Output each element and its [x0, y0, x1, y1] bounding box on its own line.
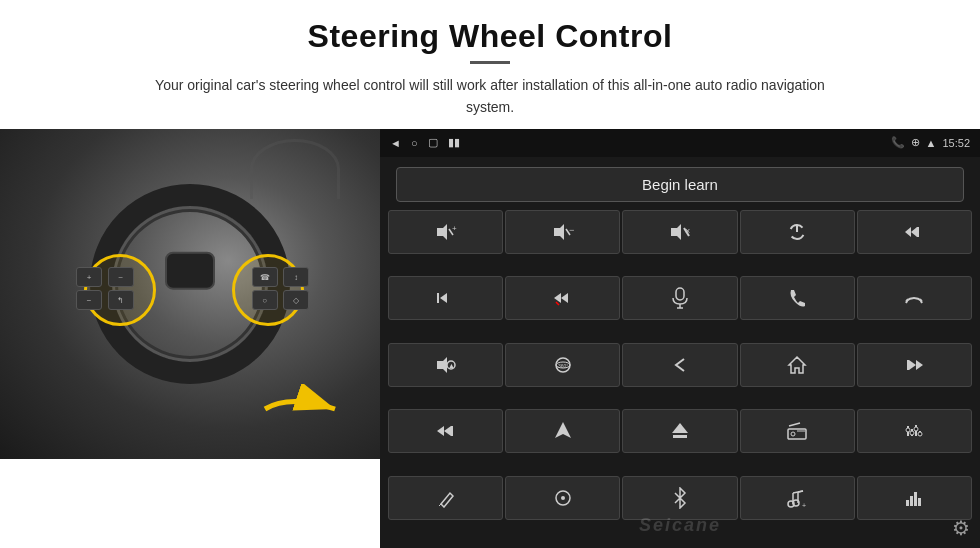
sw-btn-circle: ○	[252, 290, 278, 310]
svg-point-55	[561, 496, 565, 500]
sw-btn-phone: ☎	[252, 267, 278, 287]
svg-line-59	[798, 491, 803, 492]
time-display: 15:52	[942, 137, 970, 149]
status-nav-icons: ◄ ○ ▢ ▮▮	[390, 136, 460, 149]
circle-button[interactable]	[505, 476, 620, 520]
sw-btn-plus: +	[76, 267, 102, 287]
status-right-icons: 📞 ⊕ ▲ 15:52	[891, 136, 970, 149]
svg-marker-38	[555, 422, 571, 438]
svg-marker-4	[554, 224, 564, 240]
sw-btn-arrow: ↕	[283, 267, 309, 287]
sw-btn-minus: −	[76, 290, 102, 310]
svg-marker-25	[437, 357, 447, 373]
page-container: Steering Wheel Control Your original car…	[0, 0, 980, 548]
phone-call-button[interactable]	[740, 276, 855, 320]
recents-nav-icon: ▢	[428, 136, 438, 149]
android-head-unit: ◄ ○ ▢ ▮▮ 📞 ⊕ ▲ 15:52 Begin learn	[380, 129, 980, 548]
home-button[interactable]	[740, 343, 855, 387]
svg-marker-18	[561, 293, 568, 303]
signal-icon: ▮▮	[448, 136, 460, 149]
svg-marker-33	[909, 360, 916, 370]
svg-line-53	[439, 504, 441, 506]
svg-marker-13	[905, 227, 911, 237]
page-title: Steering Wheel Control	[60, 18, 920, 55]
svg-marker-31	[789, 357, 805, 373]
svg-rect-64	[910, 496, 913, 506]
svg-rect-20	[676, 288, 684, 300]
svg-line-44	[789, 423, 800, 426]
left-steering-buttons: + ~ − ↰	[76, 267, 136, 310]
svg-line-19	[556, 302, 559, 305]
svg-marker-35	[437, 426, 444, 436]
svg-rect-66	[918, 498, 921, 506]
svg-marker-32	[916, 360, 923, 370]
title-divider	[470, 61, 510, 64]
begin-learn-row: Begin learn	[380, 157, 980, 210]
fast-forward-button[interactable]	[505, 276, 620, 320]
bars-button[interactable]	[857, 476, 972, 520]
svg-point-50	[910, 431, 914, 435]
svg-marker-12	[911, 227, 917, 237]
svg-marker-7	[671, 224, 681, 240]
sw-btn-mode: ~	[108, 267, 134, 287]
yellow-arrow	[260, 384, 350, 434]
svg-text:+: +	[452, 224, 457, 233]
mic-button[interactable]	[622, 276, 737, 320]
svg-point-51	[914, 427, 918, 431]
svg-rect-65	[914, 492, 917, 506]
status-bar: ◄ ○ ▢ ▮▮ 📞 ⊕ ▲ 15:52	[380, 129, 980, 157]
rewind-button[interactable]	[857, 343, 972, 387]
svg-text:×: ×	[685, 226, 690, 236]
vol-up-button[interactable]: +	[388, 210, 503, 254]
right-steering-buttons: ☎ ↕ ○ ◇	[252, 267, 312, 310]
svg-text:▲: ▲	[448, 362, 455, 369]
content-section: + ~ − ↰ ☎ ↕ ○ ◇	[0, 129, 980, 548]
radio-button[interactable]	[740, 409, 855, 453]
svg-text:−: −	[569, 225, 574, 235]
svg-rect-63	[906, 500, 909, 506]
eject-button[interactable]	[622, 409, 737, 453]
power-button[interactable]	[740, 210, 855, 254]
home-nav-icon: ○	[411, 137, 418, 149]
speaker-button[interactable]: ▲	[388, 343, 503, 387]
svg-text:360°: 360°	[558, 363, 568, 369]
wifi-icon: ▲	[926, 137, 937, 149]
bluetooth-button[interactable]	[622, 476, 737, 520]
vol-down-button[interactable]: −	[505, 210, 620, 254]
svg-rect-40	[673, 435, 687, 438]
skip-next-button[interactable]	[388, 409, 503, 453]
seicane-watermark: Seicane	[639, 515, 721, 536]
svg-marker-1	[437, 224, 447, 240]
svg-text:+: +	[802, 502, 806, 508]
header-section: Steering Wheel Control Your original car…	[0, 0, 980, 129]
navigate-button[interactable]	[505, 409, 620, 453]
dashboard-gauge	[250, 139, 340, 199]
svg-point-52	[918, 432, 922, 436]
music-button[interactable]: +	[740, 476, 855, 520]
svg-marker-39	[672, 423, 688, 433]
location-icon: ⊕	[911, 136, 920, 149]
equalizer-button[interactable]	[857, 409, 972, 453]
svg-point-49	[906, 428, 910, 432]
next-track-button[interactable]	[388, 276, 503, 320]
steering-wheel-image: + ~ − ↰ ☎ ↕ ○ ◇	[0, 129, 380, 459]
360-view-button[interactable]: 360°	[505, 343, 620, 387]
back-button[interactable]	[622, 343, 737, 387]
call-prev-button[interactable]	[857, 210, 972, 254]
svg-marker-36	[444, 426, 451, 436]
subtitle: Your original car's steering wheel contr…	[130, 74, 850, 119]
phone-status-icon: 📞	[891, 136, 905, 149]
steering-wheel-hub	[165, 251, 215, 289]
svg-point-42	[791, 432, 795, 436]
hang-up-button[interactable]	[857, 276, 972, 320]
svg-marker-17	[554, 293, 561, 303]
back-nav-icon: ◄	[390, 137, 401, 149]
pen-button[interactable]	[388, 476, 503, 520]
sw-btn-hook: ↰	[108, 290, 134, 310]
begin-learn-button[interactable]: Begin learn	[396, 167, 964, 202]
mute-button[interactable]: ×	[622, 210, 737, 254]
svg-marker-16	[440, 293, 447, 303]
settings-gear-icon[interactable]: ⚙	[952, 516, 970, 540]
sw-btn-diamond: ◇	[283, 290, 309, 310]
controls-grid: + − ×	[380, 210, 980, 548]
